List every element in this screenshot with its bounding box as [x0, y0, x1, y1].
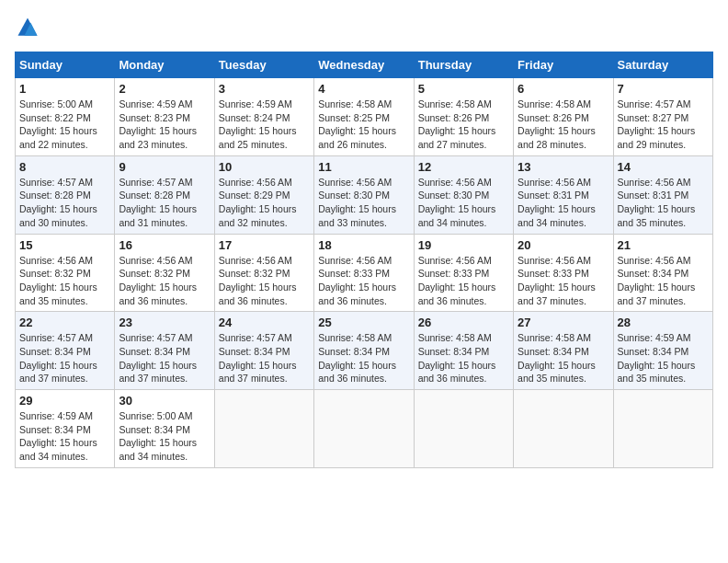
- sunset-label: Sunset: 8:33 PM: [518, 268, 589, 279]
- sunset-label: Sunset: 8:34 PM: [19, 346, 91, 357]
- daylight-label: Daylight: 15 hours and 25 minutes.: [219, 125, 297, 150]
- calendar-cell: 29 Sunrise: 4:59 AM Sunset: 8:34 PM Dayl…: [16, 390, 115, 468]
- day-info: Sunrise: 4:58 AM Sunset: 8:34 PM Dayligh…: [418, 331, 509, 385]
- sunset-label: Sunset: 8:34 PM: [219, 346, 290, 357]
- sunrise-label: Sunrise: 4:58 AM: [418, 332, 492, 343]
- daylight-label: Daylight: 15 hours and 23 minutes.: [119, 125, 197, 150]
- day-number: 6: [518, 82, 609, 96]
- day-info: Sunrise: 4:56 AM Sunset: 8:33 PM Dayligh…: [518, 254, 609, 308]
- calendar-cell: 1 Sunrise: 5:00 AM Sunset: 8:22 PM Dayli…: [16, 78, 115, 156]
- day-number: 23: [119, 316, 210, 329]
- day-number: 19: [418, 238, 509, 252]
- day-info: Sunrise: 4:58 AM Sunset: 8:26 PM Dayligh…: [518, 98, 609, 152]
- day-info: Sunrise: 4:58 AM Sunset: 8:34 PM Dayligh…: [318, 331, 409, 385]
- calendar-cell: 15 Sunrise: 4:56 AM Sunset: 8:32 PM Dayl…: [16, 234, 115, 312]
- sunrise-label: Sunrise: 4:58 AM: [418, 98, 492, 109]
- sunset-label: Sunset: 8:32 PM: [219, 268, 290, 279]
- sunset-label: Sunset: 8:28 PM: [119, 190, 190, 201]
- daylight-label: Daylight: 15 hours and 37 minutes.: [19, 360, 97, 385]
- calendar-cell: 20 Sunrise: 4:56 AM Sunset: 8:33 PM Dayl…: [514, 234, 613, 312]
- sunset-label: Sunset: 8:30 PM: [418, 190, 490, 201]
- sunset-label: Sunset: 8:24 PM: [219, 112, 290, 123]
- day-number: 15: [19, 238, 110, 252]
- sunrise-label: Sunrise: 4:58 AM: [518, 332, 591, 343]
- daylight-label: Daylight: 15 hours and 34 minutes.: [518, 203, 596, 228]
- day-info: Sunrise: 4:56 AM Sunset: 8:30 PM Dayligh…: [318, 176, 409, 230]
- calendar-cell: [214, 390, 313, 468]
- daylight-label: Daylight: 15 hours and 35 minutes.: [19, 282, 97, 306]
- calendar-cell: 8 Sunrise: 4:57 AM Sunset: 8:28 PM Dayli…: [16, 155, 115, 234]
- day-number: 11: [318, 160, 409, 174]
- calendar-cell: 22 Sunrise: 4:57 AM Sunset: 8:34 PM Dayl…: [16, 312, 115, 390]
- sunrise-label: Sunrise: 4:59 AM: [618, 332, 691, 343]
- day-info: Sunrise: 4:57 AM Sunset: 8:28 PM Dayligh…: [19, 176, 110, 230]
- day-header-wednesday: Wednesday: [314, 52, 414, 78]
- sunrise-label: Sunrise: 4:56 AM: [19, 255, 93, 266]
- sunrise-label: Sunrise: 4:59 AM: [19, 410, 93, 421]
- sunrise-label: Sunrise: 5:00 AM: [119, 410, 192, 421]
- calendar-cell: 19 Sunrise: 4:56 AM Sunset: 8:33 PM Dayl…: [414, 234, 513, 312]
- day-number: 8: [19, 160, 110, 174]
- sunrise-label: Sunrise: 4:56 AM: [219, 177, 292, 188]
- daylight-label: Daylight: 15 hours and 36 minutes.: [318, 282, 396, 306]
- calendar-cell: 5 Sunrise: 4:58 AM Sunset: 8:26 PM Dayli…: [414, 78, 513, 156]
- sunset-label: Sunset: 8:32 PM: [19, 268, 91, 279]
- sunrise-label: Sunrise: 4:57 AM: [119, 177, 192, 188]
- day-info: Sunrise: 4:58 AM Sunset: 8:26 PM Dayligh…: [418, 98, 509, 152]
- calendar-cell: 23 Sunrise: 4:57 AM Sunset: 8:34 PM Dayl…: [115, 312, 214, 390]
- calendar-cell: 28 Sunrise: 4:59 AM Sunset: 8:34 PM Dayl…: [613, 312, 712, 390]
- calendar-cell: 30 Sunrise: 5:00 AM Sunset: 8:34 PM Dayl…: [115, 390, 214, 468]
- day-number: 29: [19, 394, 110, 408]
- sunset-label: Sunset: 8:29 PM: [219, 190, 290, 201]
- sunset-label: Sunset: 8:27 PM: [618, 112, 689, 123]
- sunset-label: Sunset: 8:32 PM: [119, 268, 190, 279]
- day-info: Sunrise: 4:56 AM Sunset: 8:31 PM Dayligh…: [518, 176, 609, 230]
- day-number: 10: [219, 160, 310, 174]
- calendar-cell: 12 Sunrise: 4:56 AM Sunset: 8:30 PM Dayl…: [414, 155, 513, 234]
- calendar-week-4: 22 Sunrise: 4:57 AM Sunset: 8:34 PM Dayl…: [16, 312, 713, 390]
- day-header-monday: Monday: [115, 52, 214, 78]
- day-number: 28: [618, 316, 709, 329]
- daylight-label: Daylight: 15 hours and 33 minutes.: [318, 203, 396, 228]
- sunrise-label: Sunrise: 4:56 AM: [418, 255, 492, 266]
- day-info: Sunrise: 4:59 AM Sunset: 8:23 PM Dayligh…: [119, 98, 210, 152]
- sunrise-label: Sunrise: 4:56 AM: [618, 255, 691, 266]
- daylight-label: Daylight: 15 hours and 22 minutes.: [19, 125, 97, 150]
- day-number: 26: [418, 316, 509, 329]
- logo: [15, 15, 42, 40]
- day-info: Sunrise: 4:56 AM Sunset: 8:33 PM Dayligh…: [418, 254, 509, 308]
- day-number: 1: [19, 82, 110, 96]
- sunset-label: Sunset: 8:30 PM: [318, 190, 390, 201]
- daylight-label: Daylight: 15 hours and 35 minutes.: [618, 203, 696, 228]
- day-info: Sunrise: 4:57 AM Sunset: 8:28 PM Dayligh…: [119, 176, 210, 230]
- day-number: 20: [518, 238, 609, 252]
- day-number: 12: [418, 160, 509, 174]
- calendar-cell: 26 Sunrise: 4:58 AM Sunset: 8:34 PM Dayl…: [414, 312, 513, 390]
- daylight-label: Daylight: 15 hours and 36 minutes.: [318, 360, 396, 385]
- sunset-label: Sunset: 8:34 PM: [618, 346, 689, 357]
- day-info: Sunrise: 4:58 AM Sunset: 8:34 PM Dayligh…: [518, 331, 609, 385]
- sunset-label: Sunset: 8:33 PM: [318, 268, 390, 279]
- daylight-label: Daylight: 15 hours and 36 minutes.: [219, 282, 297, 306]
- sunset-label: Sunset: 8:34 PM: [119, 346, 190, 357]
- calendar-week-2: 8 Sunrise: 4:57 AM Sunset: 8:28 PM Dayli…: [16, 155, 713, 234]
- day-info: Sunrise: 4:59 AM Sunset: 8:24 PM Dayligh…: [219, 98, 310, 152]
- calendar-cell: 13 Sunrise: 4:56 AM Sunset: 8:31 PM Dayl…: [514, 155, 613, 234]
- sunrise-label: Sunrise: 4:56 AM: [618, 177, 691, 188]
- day-info: Sunrise: 4:56 AM Sunset: 8:32 PM Dayligh…: [219, 254, 310, 308]
- sunrise-label: Sunrise: 4:57 AM: [119, 332, 192, 343]
- day-info: Sunrise: 4:58 AM Sunset: 8:25 PM Dayligh…: [318, 98, 409, 152]
- sunset-label: Sunset: 8:23 PM: [119, 112, 190, 123]
- sunrise-label: Sunrise: 4:56 AM: [318, 177, 392, 188]
- calendar-table: SundayMondayTuesdayWednesdayThursdayFrid…: [15, 52, 713, 468]
- daylight-label: Daylight: 15 hours and 29 minutes.: [618, 125, 696, 150]
- calendar-cell: 7 Sunrise: 4:57 AM Sunset: 8:27 PM Dayli…: [613, 78, 712, 156]
- sunset-label: Sunset: 8:34 PM: [618, 268, 689, 279]
- sunset-label: Sunset: 8:25 PM: [318, 112, 390, 123]
- daylight-label: Daylight: 15 hours and 31 minutes.: [119, 203, 197, 228]
- day-number: 22: [19, 316, 110, 329]
- calendar-cell: 17 Sunrise: 4:56 AM Sunset: 8:32 PM Dayl…: [214, 234, 313, 312]
- day-number: 30: [119, 394, 210, 408]
- day-info: Sunrise: 4:56 AM Sunset: 8:32 PM Dayligh…: [19, 254, 110, 308]
- calendar-cell: [414, 390, 513, 468]
